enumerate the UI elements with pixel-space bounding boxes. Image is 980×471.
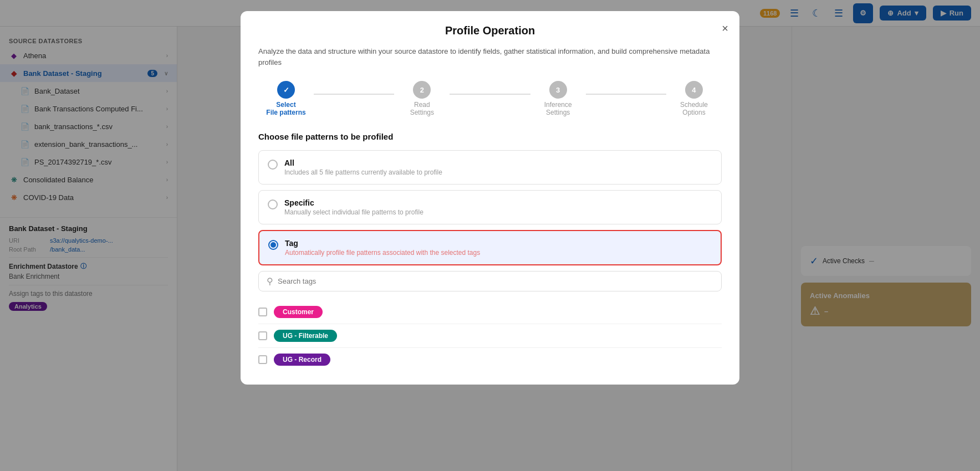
step-1: ✓ SelectFile patterns [258,81,314,116]
search-icon: ⚲ [267,276,273,286]
option-tag-title: Tag [285,239,480,248]
radio-specific[interactable] [268,199,278,209]
step-3-label: InferenceSettings [544,101,572,116]
search-tags-container: ⚲ [258,271,722,291]
radio-all[interactable] [268,160,278,170]
tag-ug-filterable[interactable]: UG - Filterable [274,330,337,342]
step-4: 4 ScheduleOptions [666,81,722,116]
step-2-circle: 2 [413,81,431,99]
stepper: ✓ SelectFile patterns 2 ReadSettings 3 I… [258,81,722,116]
modal-description: Analyze the data and structure within yo… [258,46,722,68]
option-specific[interactable]: Specific Manually select individual file… [258,190,722,224]
file-patterns-title: Choose file patterns to be profiled [258,132,722,141]
modal-body: Analyze the data and structure within yo… [241,37,739,385]
option-specific-title: Specific [284,198,423,207]
tag-ug-record[interactable]: UG - Record [274,354,330,366]
option-all-desc: Includes all 5 file patterns currently a… [284,168,442,176]
option-specific-desc: Manually select individual file patterns… [284,208,423,216]
option-all[interactable]: All Includes all 5 file patterns current… [258,150,722,185]
tag-row-ug-record: UG - Record [258,348,722,371]
step-3: 3 InferenceSettings [530,81,586,116]
step-connector-2 [450,94,530,95]
tag-list: Customer UG - Filterable UG - Record [258,300,722,371]
step-connector-3 [586,94,666,95]
step-1-circle: ✓ [277,81,295,99]
step-4-label: ScheduleOptions [680,101,708,116]
step-1-label: SelectFile patterns [266,101,305,116]
modal-header: Profile Operation × [241,11,739,37]
tag-customer[interactable]: Customer [274,306,323,318]
step-2: 2 ReadSettings [394,81,450,116]
search-tags-input[interactable] [278,277,713,285]
radio-tag[interactable] [268,240,278,250]
option-tag[interactable]: Tag Automatically profile file patterns … [258,230,722,265]
tag-row-ug-filterable: UG - Filterable [258,324,722,348]
checkbox-customer[interactable] [258,308,267,316]
step-3-circle: 3 [549,81,567,99]
checkbox-ug-filterable[interactable] [258,331,267,340]
option-tag-desc: Automatically profile file patterns asso… [285,249,480,257]
step-4-circle: 4 [685,81,703,99]
option-all-title: All [284,158,442,167]
step-2-label: ReadSettings [410,101,434,116]
tag-row-customer: Customer [258,300,722,324]
modal-title: Profile Operation [445,24,535,37]
profile-operation-modal: Profile Operation × Analyze the data and… [241,11,739,385]
step-connector-1 [314,94,394,95]
modal-close-button[interactable]: × [722,22,728,35]
checkbox-ug-record[interactable] [258,355,267,364]
